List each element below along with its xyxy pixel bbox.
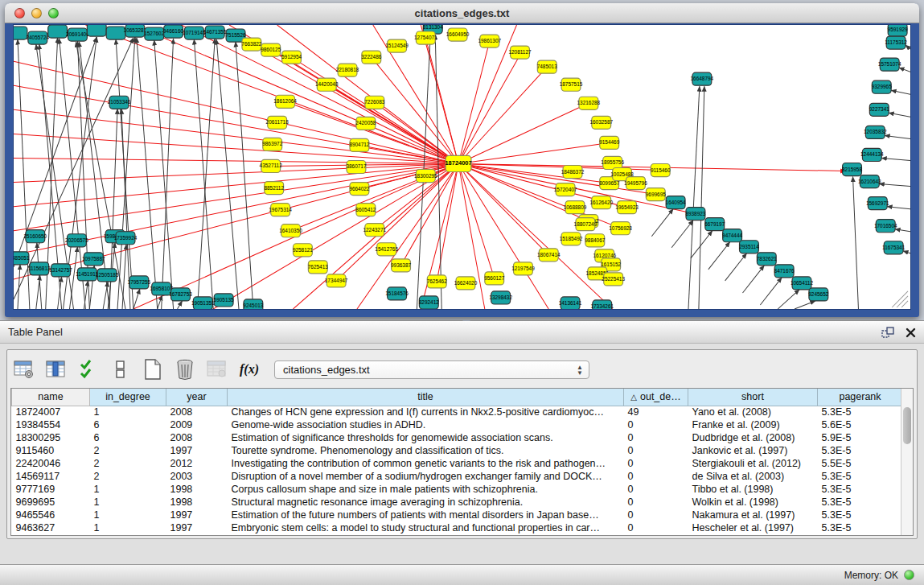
column-header-out-de-[interactable]: △out_de…: [624, 389, 688, 406]
graph-node[interactable]: 9474444: [722, 229, 742, 242]
black-edge[interactable]: [651, 209, 673, 237]
graph-node[interactable]: 17359924: [114, 232, 138, 245]
function-builder-icon[interactable]: f(x): [237, 357, 261, 381]
zoom-window-button[interactable]: [48, 8, 59, 19]
graph-node[interactable]: 24055724: [26, 31, 49, 44]
graph-node[interactable]: 12081127: [508, 46, 532, 59]
red-edge[interactable]: [458, 163, 548, 254]
table-row[interactable]: 946362711997Embryonic stem cells: a mode…: [12, 521, 903, 534]
black-edge[interactable]: [881, 158, 910, 160]
table-scrollbar-thumb[interactable]: [903, 407, 911, 444]
graph-node[interactable]: 8938923: [685, 208, 705, 220]
graph-node[interactable]: 17334261: [590, 300, 614, 309]
graph-node[interactable]: 7625413: [308, 261, 328, 274]
graph-node[interactable]: 9560127: [484, 272, 504, 285]
graph-node[interactable]: 7226083: [364, 96, 384, 109]
graph-node[interactable]: 8471676: [774, 265, 795, 278]
graph-node[interactable]: 9591929: [888, 25, 908, 36]
column-header-name[interactable]: name: [12, 389, 90, 406]
network-canvas[interactable]: 2405572420691406106532871527602946616010…: [14, 25, 910, 309]
graph-node[interactable]: 16126420: [589, 196, 613, 209]
red-edge[interactable]: [425, 38, 458, 163]
graph-node[interactable]: 16604950: [446, 28, 470, 41]
black-edge[interactable]: [903, 251, 910, 253]
graph-node[interactable]: 18300295: [414, 170, 437, 183]
graph-node[interactable]: [87, 25, 106, 36]
black-edge[interactable]: [725, 253, 747, 281]
graph-node[interactable]: 8292412: [419, 296, 439, 309]
graph-node[interactable]: [106, 27, 125, 39]
graph-node[interactable]: 11675341: [882, 241, 906, 254]
graph-node[interactable]: 9115460: [651, 163, 671, 176]
graph-node[interactable]: 7485013: [537, 60, 557, 73]
graph-node[interactable]: 10688809: [564, 201, 587, 214]
black-edge[interactable]: [70, 247, 78, 309]
graph-node[interactable]: 13216288: [577, 97, 601, 109]
graph-node[interactable]: 17016504: [874, 220, 897, 233]
graph-node[interactable]: 5912954: [281, 51, 302, 64]
black-edge[interactable]: [699, 86, 704, 309]
table-row[interactable]: 911546021997Tourette syndrome. Phenomeno…: [12, 444, 903, 457]
graph-node[interactable]: 17344947: [325, 274, 348, 287]
graph-node[interactable]: 7485051: [14, 252, 30, 265]
graph-node[interactable]: 9245013: [243, 299, 263, 309]
graph-node[interactable]: 20206575: [65, 234, 88, 247]
graph-node[interactable]: 16624020: [454, 277, 478, 290]
graph-node[interactable]: 10654112: [791, 277, 814, 290]
table-row[interactable]: 969969511998Structural magnetic resonanc…: [12, 496, 903, 509]
graph-node[interactable]: 15751074: [878, 58, 901, 71]
graph-node[interactable]: 25225413: [602, 273, 625, 286]
graph-node[interactable]: 19051351: [191, 297, 215, 309]
graph-node[interactable]: 11175312: [885, 36, 907, 49]
select-all-icon[interactable]: [76, 357, 101, 381]
black-edge[interactable]: [895, 229, 910, 232]
graph-node[interactable]: 7832621: [757, 253, 777, 266]
black-edge[interactable]: [853, 177, 859, 309]
black-edge[interactable]: [885, 135, 910, 138]
red-edge[interactable]: [458, 67, 547, 163]
window-titlebar[interactable]: citations_edges.txt: [5, 3, 919, 23]
graph-node[interactable]: 19675314: [269, 204, 292, 216]
black-edge[interactable]: [162, 39, 174, 309]
graph-node[interactable]: 13142757: [49, 264, 72, 277]
graph-node[interactable]: 13298432: [489, 291, 512, 304]
red-edge[interactable]: [133, 25, 458, 163]
black-edge[interactable]: [137, 38, 158, 309]
black-edge[interactable]: [879, 184, 910, 187]
graph-node[interactable]: 10756928: [609, 222, 632, 235]
graph-node[interactable]: 7663822: [241, 38, 261, 51]
graph-node[interactable]: 12197549: [511, 262, 535, 275]
table-row[interactable]: 977716911998Corpus callosum shape and si…: [12, 483, 903, 496]
black-edge[interactable]: [671, 220, 693, 248]
graph-node[interactable]: 15124549: [385, 39, 409, 52]
graph-node[interactable]: 12754071: [414, 31, 437, 44]
black-edge[interactable]: [742, 266, 764, 293]
deselect-all-icon[interactable]: [109, 357, 133, 381]
graph-node[interactable]: 1640954: [666, 196, 686, 209]
graph-node[interactable]: 18724007: [445, 155, 471, 171]
column-visibility-icon[interactable]: [44, 357, 68, 381]
close-panel-icon[interactable]: [906, 328, 916, 338]
create-column-icon[interactable]: [141, 357, 165, 381]
graph-node[interactable]: 10719145: [183, 27, 206, 39]
graph-node[interactable]: 18486372: [561, 165, 585, 178]
table-row[interactable]: 1938455462009Genome-wide association stu…: [12, 418, 903, 431]
black-edge[interactable]: [691, 231, 713, 258]
delete-column-icon[interactable]: [173, 357, 197, 381]
column-header-title[interactable]: title: [228, 389, 624, 406]
graph-node[interactable]: 9699695: [646, 188, 666, 201]
graph-node[interactable]: 2935114: [739, 241, 759, 253]
graph-node[interactable]: 3860717: [346, 160, 366, 173]
graph-node[interactable]: 12444134: [860, 148, 884, 161]
black-edge[interactable]: [887, 207, 910, 209]
graph-node[interactable]: 11156813: [28, 262, 51, 275]
column-header-pagerank[interactable]: pagerank: [818, 389, 903, 406]
graph-node[interactable]: 12035832: [864, 126, 887, 138]
column-header-year[interactable]: year: [166, 389, 228, 406]
graph-node[interactable]: 9936387: [391, 259, 411, 272]
table-row[interactable]: 1872400712008Changes of HCN gene express…: [12, 406, 903, 418]
column-header-short[interactable]: short: [688, 389, 818, 406]
black-edge[interactable]: [117, 37, 135, 309]
red-edge[interactable]: [14, 109, 458, 163]
graph-node[interactable]: 16648794: [691, 72, 714, 85]
